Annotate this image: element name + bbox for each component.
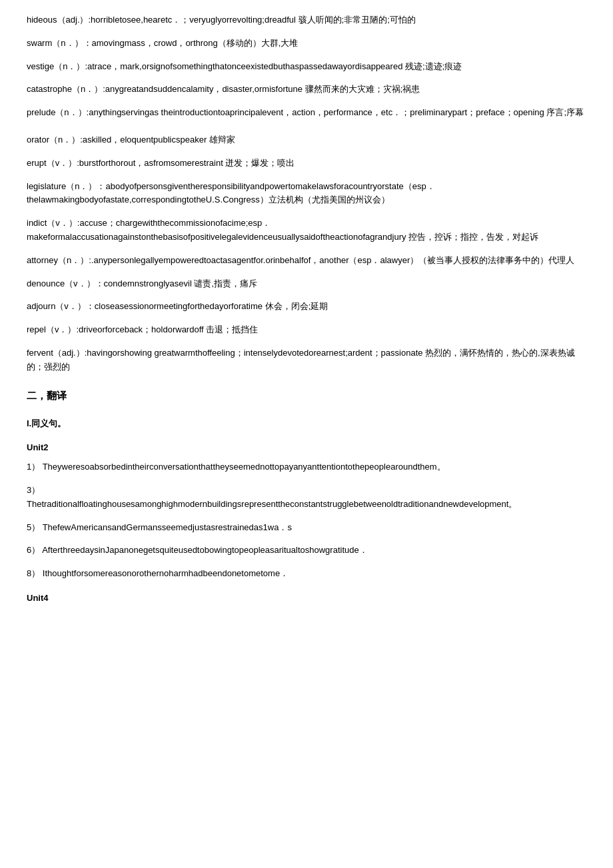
translation-num-8: 8）	[27, 568, 40, 578]
translation-num-1: 1）	[27, 462, 40, 472]
entry-hideous: hideous（adj.）:horribletosee,hearetc．；ver…	[27, 13, 586, 27]
translation-item-6: 6） AfterthreedaysinJapanonegetsquiteused…	[27, 544, 586, 558]
entry-indict-text: indict（v．）:accuse；chargewiththecommissio…	[27, 218, 538, 242]
translation-num-5: 5）	[27, 522, 40, 532]
section2: 二，翻译 I.同义句。 Unit2 1） Theyweresoabsorbedi…	[27, 388, 586, 606]
entry-adjourn: adjourn（v．）：closeasessionormeetingforthe…	[27, 300, 586, 314]
translation-num-6: 6）	[27, 545, 40, 555]
translation-item-5: 5） ThefewAmericansandGermansseemedjustas…	[27, 521, 586, 535]
entry-repel: repel（v．）:driveorforceback；holdorwardoff…	[27, 323, 586, 337]
translation-text-1: Theyweresoabsorbedintheirconversationtha…	[43, 462, 446, 472]
entry-catastrophe: catastrophe（n．）:anygreatandsuddencalamit…	[27, 83, 586, 97]
translation-item-1: 1） Theyweresoabsorbedintheirconversation…	[27, 460, 586, 474]
translation-text-6: AfterthreedaysinJapanonegetsquiteusedtob…	[42, 545, 368, 555]
entry-swarm-text: swarm（n．）：amovingmass，crowd，orthrong（移动的…	[27, 38, 298, 48]
entry-prelude-text: prelude（n．）:anythingservingas theintrodu…	[27, 107, 584, 117]
entry-indict: indict（v．）:accuse；chargewiththecommissio…	[27, 217, 586, 244]
entry-vestige: vestige（n．）:atrace，mark,orsignofsomethin…	[27, 60, 586, 74]
vocabulary-section: hideous（adj.）:horribletosee,hearetc．；ver…	[27, 13, 586, 374]
entry-attorney: attorney（n．）:.anypersonlegallyempoweredt…	[27, 254, 586, 268]
entry-hideous-text: hideous（adj.）:horribletosee,hearetc．；ver…	[27, 15, 416, 25]
translation-text-3: Thetraditionalfloatinghousesamonghighmod…	[27, 499, 517, 509]
entry-erupt: erupt（v．）:burstforthorout，asfromsomerest…	[27, 157, 586, 171]
entry-swarm: swarm（n．）：amovingmass，crowd，orthrong（移动的…	[27, 37, 586, 51]
entry-vestige-text: vestige（n．）:atrace，mark,orsignofsomethin…	[27, 61, 462, 71]
section2-sub-title: I.同义句。	[27, 417, 586, 431]
entry-denounce-text: denounce（v．）：condemnstronglyasevil 谴责,指责…	[27, 278, 257, 288]
unit4-title: Unit4	[27, 592, 586, 606]
entry-prelude: prelude（n．）:anythingservingas theintrodu…	[27, 106, 586, 120]
entry-erupt-text: erupt（v．）:burstforthorout，asfromsomerest…	[27, 158, 295, 168]
entry-orator-text: orator（n．）:askilled，eloquentpublicspeake…	[27, 135, 235, 145]
entry-adjourn-text: adjourn（v．）：closeasessionormeetingforthe…	[27, 301, 328, 311]
entry-fervent: fervent（adj.）:havingorshowing greatwarmt…	[27, 346, 586, 374]
entry-repel-text: repel（v．）:driveorforceback；holdorwardoff…	[27, 324, 258, 334]
translation-text-8: Ithoughtforsomereasonorothernoharmhadbee…	[43, 568, 289, 578]
entry-denounce: denounce（v．）：condemnstronglyasevil 谴责,指责…	[27, 277, 586, 291]
translation-item-8: 8） Ithoughtforsomereasonorothernoharmhad…	[27, 567, 586, 581]
unit2-title: Unit2	[27, 441, 586, 455]
entry-legislature-text: legislature（n．）：abodyofpersonsgiventhere…	[27, 181, 435, 205]
translation-text-5: ThefewAmericansandGermansseemedjustasres…	[43, 522, 292, 532]
entry-orator: orator（n．）:askilled，eloquentpublicspeake…	[27, 133, 586, 147]
entry-fervent-text: fervent（adj.）:havingorshowing greatwarmt…	[27, 348, 575, 372]
translation-num-3: 3）	[27, 485, 40, 495]
section2-title: 二，翻译	[27, 388, 586, 404]
translation-item-3: 3） Thetraditionalfloatinghousesamonghigh…	[27, 484, 586, 512]
entry-catastrophe-text: catastrophe（n．）:anygreatandsuddencalamit…	[27, 84, 420, 94]
entry-legislature: legislature（n．）：abodyofpersonsgiventhere…	[27, 180, 586, 208]
entry-attorney-text: attorney（n．）:.anypersonlegallyempoweredt…	[27, 255, 574, 265]
